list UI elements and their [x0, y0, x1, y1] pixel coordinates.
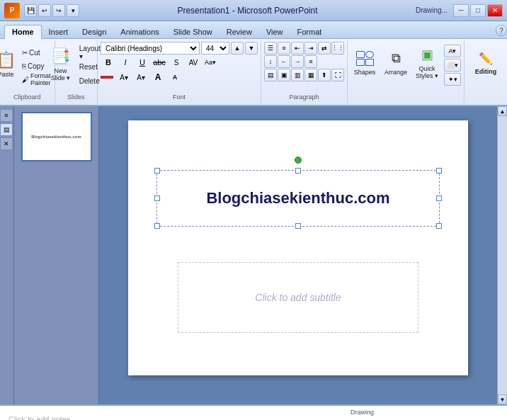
shape-fill-btn[interactable]: A▾: [444, 45, 461, 57]
tab-review[interactable]: Review: [220, 25, 259, 38]
notes-area[interactable]: Click to add notes: [0, 404, 507, 420]
arrange-icon: ⧉: [392, 51, 401, 66]
align-right-btn[interactable]: ▥: [291, 69, 304, 81]
handle-top-mid[interactable]: [295, 168, 301, 174]
indent-decrease-btn[interactable]: ⇤: [291, 42, 304, 55]
tab-home[interactable]: Home: [4, 25, 42, 39]
slides-label: Slides: [67, 93, 85, 102]
rotate-handle[interactable]: [295, 157, 302, 164]
scroll-up-btn[interactable]: ▲: [498, 106, 507, 116]
drawing-extras: A▾ ⬜▾ ✦▾: [444, 45, 461, 86]
bullet-list-btn[interactable]: ☰: [264, 42, 277, 55]
font-highlight-button[interactable]: A▾: [133, 70, 149, 84]
align-center-btn[interactable]: ▣: [278, 69, 290, 81]
tab-view[interactable]: View: [259, 25, 290, 38]
tab-animations[interactable]: Animations: [113, 25, 166, 38]
font-size-increase-btn[interactable]: ▲: [231, 42, 244, 55]
clipboard-label: Clipboard: [13, 93, 41, 102]
case-button[interactable]: Aa▾: [203, 55, 218, 69]
columns-btn[interactable]: ⋮⋮: [331, 42, 344, 55]
outline-tab-btn[interactable]: ≡: [0, 109, 13, 122]
font-size-A-small[interactable]: A: [167, 70, 183, 84]
justify-btn[interactable]: ▦: [304, 69, 317, 81]
font-size-decrease-btn[interactable]: ▼: [245, 42, 258, 55]
slide-canvas: Blogchiasekienthuc.com Click to add subt…: [128, 120, 468, 375]
shape-oval-icon: [365, 51, 374, 58]
slide-area[interactable]: Blogchiasekienthuc.com Click to add subt…: [99, 106, 497, 404]
tab-design[interactable]: Design: [75, 25, 113, 38]
shape-outline-btn[interactable]: ⬜▾: [444, 59, 461, 72]
maximize-button[interactable]: □: [470, 4, 486, 17]
shapes-icons-grid: [356, 51, 374, 66]
ribbon: 📋 Paste ✂ Cut ⎘ Copy 🖌 Format Painter Cl…: [0, 39, 507, 106]
shadow-button[interactable]: S: [169, 55, 184, 69]
handle-top-left[interactable]: [154, 168, 160, 174]
shape-effects-btn[interactable]: ✦▾: [444, 73, 461, 86]
strikethrough-button[interactable]: abc: [152, 55, 167, 69]
minimize-button[interactable]: ─: [453, 4, 469, 17]
arrange-button[interactable]: ⧉ Arrange: [382, 42, 410, 84]
handle-bot-mid[interactable]: [295, 223, 301, 229]
italic-button[interactable]: I: [118, 55, 133, 69]
rtl2-btn[interactable]: ←: [278, 55, 290, 68]
tab-insert[interactable]: Insert: [42, 25, 76, 38]
handle-bot-right[interactable]: [436, 223, 442, 229]
editing-button[interactable]: ✏️ Editing: [467, 42, 505, 84]
ribbon-tabs: Home Insert Design Animations Slide Show…: [0, 21, 507, 39]
close-panel-btn[interactable]: ✕: [0, 137, 13, 150]
align-left-btn[interactable]: ▤: [264, 69, 277, 81]
close-button[interactable]: ✕: [487, 4, 503, 17]
slide-title-text: Blogchiasekienthuc.com: [206, 189, 389, 208]
font-size-select[interactable]: 44: [201, 42, 229, 55]
ltr-btn[interactable]: →: [291, 55, 304, 68]
line-spacing-btn[interactable]: ↕: [264, 55, 277, 68]
font-size-A-large[interactable]: A: [150, 70, 166, 84]
slide-panel: 1 Blogchiasekienthuc.com: [14, 106, 99, 404]
window-title: Presentation1 - Microsoft PowerPoint: [79, 6, 416, 16]
paragraph-label: Paragraph: [264, 93, 344, 102]
new-slide-button[interactable]: 📑 New Slide ▾: [46, 43, 74, 86]
slide-thumb-wrapper: 1 Blogchiasekienthuc.com: [17, 112, 96, 161]
shape-line-icon: [365, 59, 374, 66]
help-button[interactable]: ?: [496, 25, 507, 36]
save-quick-btn[interactable]: 💾: [24, 4, 37, 17]
redo-quick-btn[interactable]: ↪: [52, 4, 65, 17]
convert-btn[interactable]: ≡: [304, 55, 317, 68]
text-direction-btn[interactable]: ⬆: [318, 69, 331, 81]
handle-bot-left[interactable]: [154, 223, 160, 229]
tab-slideshow[interactable]: Slide Show: [166, 25, 220, 38]
handle-mid-right[interactable]: [436, 195, 442, 201]
font-label: Font: [101, 93, 258, 102]
font-color-button[interactable]: A▾: [116, 70, 132, 84]
handle-top-right[interactable]: [436, 168, 442, 174]
underline-button[interactable]: U: [135, 55, 150, 69]
title-textbox[interactable]: Blogchiasekienthuc.com: [156, 170, 440, 227]
slides-content: 📑 New Slide ▾ Layout ▾ Reset Delete: [46, 42, 106, 93]
rtl-btn[interactable]: ⇄: [318, 42, 331, 55]
quick-styles-button[interactable]: ▣ Quick Styles ▾: [413, 42, 441, 84]
font-name-select[interactable]: Calibri (Headings): [101, 42, 200, 55]
charspacing-button[interactable]: AV: [186, 55, 201, 69]
tab-format[interactable]: Format: [290, 25, 329, 38]
shape-rect2-icon: [356, 59, 365, 66]
more-quick-btn[interactable]: ▾: [67, 4, 79, 17]
scroll-down-btn[interactable]: ▼: [498, 395, 507, 404]
indent-increase-btn[interactable]: ⇥: [304, 42, 317, 55]
scroll-track[interactable]: [498, 116, 507, 395]
smart-art-btn[interactable]: ⛶: [331, 69, 344, 81]
office-button[interactable]: P: [4, 3, 20, 18]
slide-thumbnail-1[interactable]: Blogchiasekienthuc.com: [21, 112, 92, 161]
subtitle-textbox[interactable]: Click to add subtitle: [178, 262, 418, 333]
align-buttons: ▤ ▣ ▥ ▦ ⬆ ⛶: [264, 69, 344, 81]
numbered-list-btn[interactable]: ≡: [278, 42, 290, 55]
undo-quick-btn[interactable]: ↩: [38, 4, 51, 17]
paste-icon: 📋: [0, 51, 16, 69]
shapes-button[interactable]: Shapes: [351, 42, 379, 84]
handle-mid-left[interactable]: [154, 195, 160, 201]
bold-button[interactable]: B: [101, 55, 116, 69]
paste-button[interactable]: 📋 Paste: [0, 43, 18, 86]
font-row-3: A▾ A▾ A A: [101, 70, 258, 84]
slides-tab-btn[interactable]: ▤: [0, 123, 13, 136]
drawing-label: Drawing: [351, 409, 374, 417]
new-slide-icon: 📑: [51, 47, 70, 66]
